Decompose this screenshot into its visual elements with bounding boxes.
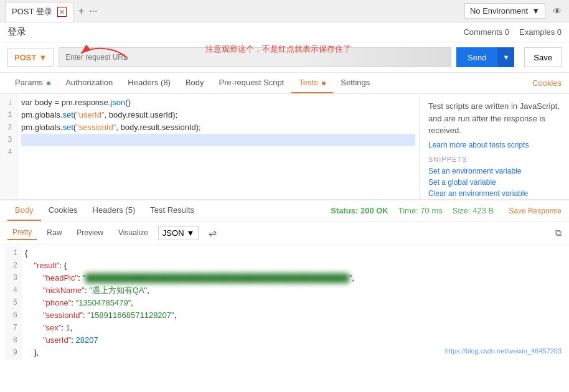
env-label: No Environment (470, 6, 528, 16)
json-response-content: 1 { 2 "result": { 3 "headPic": "████████… (0, 245, 569, 360)
learn-more-link[interactable]: Learn more about tests scripts (428, 141, 529, 149)
fmt-visualize[interactable]: Visualize (113, 226, 153, 240)
fmt-pretty[interactable]: Pretty (7, 225, 37, 240)
copy-icon[interactable]: ⧉ (555, 228, 562, 238)
json-line-7: 7 "sex": 1, (5, 322, 564, 334)
close-tab-button[interactable]: ✕ (57, 7, 67, 17)
format-bar: Pretty Raw Preview Visualize JSON ▼ ⇌ ⧉ (0, 222, 569, 245)
snippets-panel: Test scripts are written in JavaScript, … (420, 94, 569, 199)
active-tab[interactable]: POST 登录 ✕ (5, 2, 73, 22)
script-editor: i 1 2 3 4 var body = pm.response.json() … (0, 94, 420, 199)
response-status: Status: 200 OK Time: 70 ms Size: 423 B S… (331, 206, 562, 215)
format-dropdown-icon: ▼ (187, 228, 195, 238)
more-tabs-button[interactable]: ··· (89, 6, 97, 17)
tab-tests[interactable]: Tests (291, 73, 333, 93)
resp-tab-headers[interactable]: Headers (5) (85, 200, 143, 221)
ln-8: 8 (5, 334, 22, 347)
ln-4: 4 (5, 284, 22, 297)
fmt-preview[interactable]: Preview (72, 226, 108, 240)
ln-2: 2 (5, 259, 22, 272)
json-line-4: 4 "nickName": "遇上方知有QA", (5, 284, 564, 297)
tab-params[interactable]: Params (7, 73, 58, 93)
request-tabs: Params Authorization Headers (8) Body Pr… (0, 73, 569, 94)
eye-icon[interactable]: 👁 (550, 4, 564, 19)
json-line-10: 10 "message": "登录成功", (5, 359, 564, 360)
tab-settings[interactable]: Settings (333, 73, 377, 93)
method-select[interactable]: POST ▼ (7, 49, 54, 67)
ln-9: 9 (5, 347, 22, 359)
send-dropdown-button[interactable]: ▼ (497, 47, 514, 67)
env-selector: No Environment ▼ 👁 (464, 3, 564, 19)
size-label: Size: 423 B (453, 206, 494, 215)
code-line-3: pm.globals.set("sessionId", body.result.… (21, 121, 415, 134)
snippet-clear-env[interactable]: Clear an environment variable (428, 189, 560, 198)
examples-label[interactable]: Examples 0 (519, 27, 562, 37)
environment-dropdown[interactable]: No Environment ▼ (464, 3, 545, 19)
ln-6: 6 (5, 309, 22, 322)
snippets-title: SNIPPETS (428, 156, 560, 163)
json-line-5: 5 "phone": "13504785479", (5, 297, 564, 309)
code-editor-content[interactable]: var body = pm.response.json() pm.globals… (17, 94, 419, 199)
wrap-icon[interactable]: ⇌ (209, 227, 217, 239)
url-bar: POST ▼ Send ▼ Save (0, 42, 569, 73)
resp-tab-test-results[interactable]: Test Results (143, 200, 202, 221)
snippet-set-env[interactable]: Set an environment variable (428, 167, 560, 175)
resp-tab-cookies[interactable]: Cookies (41, 200, 85, 221)
json-line-1: 1 { (5, 247, 564, 259)
method-dropdown-icon: ▼ (39, 53, 47, 62)
ln-5: 5 (5, 297, 22, 309)
json-line-3: 3 "headPic": "██████████████████████████… (5, 272, 564, 284)
response-tabs-bar: Body Cookies Headers (5) Test Results St… (0, 200, 569, 222)
params-dot (47, 82, 50, 85)
line-indicator: i (2, 96, 15, 109)
tab-body[interactable]: Body (178, 73, 212, 93)
ln-3: 3 (5, 272, 22, 284)
url-bar-container: 注意观察这个，不是红点就表示保存住了 POST ▼ Send ▼ Save (0, 42, 569, 73)
json-line-6: 6 "sessionId": "158911668571128207", (5, 309, 564, 322)
request-name: 登录 (7, 26, 26, 38)
send-btn-group: Send ▼ (456, 47, 514, 67)
send-button[interactable]: Send (456, 47, 497, 67)
snippet-set-global[interactable]: Set a global variable (428, 178, 560, 187)
code-line-2: pm.globals.set("userId", body.result.use… (21, 109, 415, 121)
comments-label[interactable]: Comments 0 (463, 27, 509, 37)
status-label: Status: 200 OK (331, 206, 388, 215)
tab-label: POST 登录 (12, 6, 52, 17)
tab-bar: POST 登录 ✕ + ··· No Environment ▼ 👁 (0, 0, 569, 22)
chevron-down-icon: ▼ (532, 6, 540, 16)
json-line-2: 2 "result": { (5, 259, 564, 272)
snippets-description: Test scripts are written in JavaScript, … (428, 100, 560, 137)
format-select[interactable]: JSON ▼ (158, 226, 199, 240)
line-num-2: 2 (2, 121, 15, 134)
tab-headers[interactable]: Headers (8) (120, 73, 178, 93)
method-label: POST (14, 53, 36, 62)
format-label: JSON (162, 228, 184, 238)
time-label: Time: 70 ms (398, 206, 443, 215)
request-meta: Comments 0 Examples 0 (463, 27, 562, 37)
line-num-3: 3 (2, 134, 15, 146)
main-script-area: i 1 2 3 4 var body = pm.response.json() … (0, 94, 569, 200)
ln-10: 10 (5, 359, 22, 360)
tab-actions: + ··· (78, 6, 98, 17)
save-button[interactable]: Save (524, 47, 562, 67)
tests-dot (322, 82, 326, 85)
ln-7: 7 (5, 322, 22, 334)
code-line-1: var body = pm.response.json() (21, 96, 415, 109)
url-input[interactable] (59, 47, 451, 67)
tab-pre-request[interactable]: Pre-request Script (212, 73, 292, 93)
code-line-4[interactable] (21, 134, 415, 146)
add-tab-button[interactable]: + (78, 6, 84, 17)
cookies-link[interactable]: Cookies (532, 78, 562, 88)
watermark: https://blog.csdn.net/weixin_46457203 (445, 345, 562, 357)
line-num-4: 4 (2, 146, 15, 159)
line-num-1: 1 (2, 109, 15, 121)
request-title-bar: 登录 Comments 0 Examples 0 (0, 22, 569, 42)
tab-authorization[interactable]: Authorization (58, 73, 120, 93)
fmt-raw[interactable]: Raw (42, 226, 67, 240)
resp-tab-body[interactable]: Body (7, 200, 41, 221)
response-area: Body Cookies Headers (5) Test Results St… (0, 200, 569, 360)
save-response-button[interactable]: Save Response (509, 207, 562, 215)
ln-1: 1 (5, 247, 22, 259)
